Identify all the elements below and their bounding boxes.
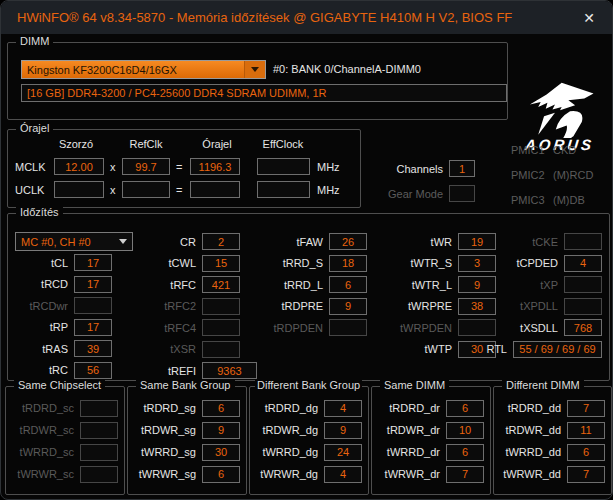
timing-label: tRFC2 xyxy=(164,300,196,312)
same-dimm-group: Same DIMM tRDRD_dr6 tRDWR_dr10 tWRRD_dr6… xyxy=(371,386,491,495)
uclk-effclock xyxy=(257,181,310,198)
timing-value xyxy=(564,233,602,250)
timing-label: tRCD xyxy=(41,278,68,290)
timing-row: tFAW26 xyxy=(223,231,367,253)
close-icon[interactable]: ✕ xyxy=(578,7,600,29)
timing-label: tWR xyxy=(431,236,452,248)
mclk-op-x: x xyxy=(110,161,116,173)
timing-row: tCKE xyxy=(458,231,602,253)
timing-value: 4 xyxy=(564,255,602,272)
timing-label: tXP xyxy=(540,279,558,291)
timing-label: tWTR_L xyxy=(412,279,452,291)
timing-label: tWTP xyxy=(425,343,453,355)
timing-row: tRDRD_sg6 xyxy=(130,397,244,419)
timing-row: tWRRD_sc xyxy=(8,441,122,463)
timing-column-e: tCKE tCPDED4 tXP tXPDLL tXSDLL768 RTL55 … xyxy=(458,231,602,360)
timing-label: tRDRD_dg xyxy=(265,402,318,414)
mclk-effclock xyxy=(257,158,310,175)
timing-row: tRDWR_dd11 xyxy=(496,419,609,441)
dimm-bank-label: #0: BANK 0/ChannelA-DIMM0 xyxy=(273,63,421,75)
timing-value: 6 xyxy=(202,400,240,417)
timing-value: 7 xyxy=(567,400,605,417)
same-bank-group-group: Same Bank Group tRDRD_sg6 tRDWR_sg9 tWRR… xyxy=(127,386,247,495)
timing-label: tWRRD_sg xyxy=(141,446,196,458)
timing-row: tRRD_S18 xyxy=(223,253,367,275)
timing-value: 9363 xyxy=(202,362,257,379)
timing-row: tCPDED4 xyxy=(458,253,602,275)
clock-group: Órajel Szorzó RefClk Órajel EffClock MCL… xyxy=(7,129,361,208)
timing-value: 4 xyxy=(324,466,362,483)
different-dimm-group: Different DIMM tRDRD_dd7 tRDWR_dd11 tWRR… xyxy=(493,386,612,495)
group-title: Different Bank Group xyxy=(255,379,362,391)
timing-label: tWRRD_dd xyxy=(505,446,561,458)
timing-row: tXP xyxy=(458,274,602,296)
timing-row: tRFC4 xyxy=(96,317,240,339)
timing-label: tRAS xyxy=(42,343,68,355)
timing-label: tRDPDEN xyxy=(273,322,323,334)
timing-row: tWRRD_sg30 xyxy=(130,441,244,463)
timing-row: tWRWR_sg6 xyxy=(130,463,244,485)
clock-header-clock: Órajel xyxy=(194,138,240,150)
clock-header-multiplier: Szorzó xyxy=(48,138,104,150)
timing-label: tWRPRE xyxy=(408,300,452,312)
timing-value xyxy=(564,276,602,293)
timing-label: tWTR_S xyxy=(410,257,452,269)
timing-label: tRDWR_dr xyxy=(387,424,440,436)
timing-row: tXSDLL768 xyxy=(458,317,602,339)
timing-label: tCKE xyxy=(532,236,558,248)
timing-row: tWRRD_dd6 xyxy=(496,441,609,463)
timing-label: tRFC4 xyxy=(164,322,196,334)
timing-value: 9 xyxy=(202,422,240,439)
timing-value: 4 xyxy=(324,400,362,417)
timing-row: tRFC2 xyxy=(96,296,240,318)
timing-label: tRC xyxy=(49,364,68,376)
timing-row: tRDWR_dr10 xyxy=(374,419,488,441)
dropdown-arrow-icon xyxy=(244,61,265,78)
clock-header-effclock: EffClock xyxy=(255,138,311,150)
dimm-select[interactable]: Kingston KF3200C16D4/16GX xyxy=(21,60,266,79)
timing-value xyxy=(80,422,118,439)
timing-label: tWRWR_sg xyxy=(139,468,196,480)
group-title: Same DIMM xyxy=(380,379,449,391)
timing-row: tXSR xyxy=(96,339,240,361)
window-content: DIMM Kingston KF3200C16D4/16GX #0: BANK … xyxy=(1,34,612,499)
timing-value xyxy=(80,400,118,417)
different-bank-group-group: Different Bank Group tRDRD_dg4 tRDWR_dg9… xyxy=(249,386,369,495)
mclk-unit: MHz xyxy=(317,161,340,173)
timing-row: CR2 xyxy=(96,231,240,253)
timing-label: tRDRD_dr xyxy=(389,402,440,414)
timing-value: 10 xyxy=(446,422,484,439)
timing-row-rtl: RTL55 / 69 / 69 / 69 xyxy=(458,339,602,361)
timing-row: tWRWR_dr7 xyxy=(374,463,488,485)
timing-value: 6 xyxy=(567,444,605,461)
timing-label: tREFI xyxy=(168,365,196,377)
timing-value: 24 xyxy=(324,444,362,461)
timing-row: tWRWR_dd7 xyxy=(496,463,609,485)
timing-value: 11 xyxy=(567,422,605,439)
timing-label: tRDRD_dd xyxy=(508,402,561,414)
timing-row: tWRWR_dg4 xyxy=(252,463,366,485)
group-title: Same Bank Group xyxy=(136,379,235,391)
mclk-refclk: 99.7 xyxy=(122,158,170,175)
uclk-refclk xyxy=(122,181,170,198)
timing-label: tWRWR_dr xyxy=(385,468,440,480)
clock-group-label: Órajel xyxy=(16,122,53,134)
mclk-label: MCLK xyxy=(15,161,46,173)
timing-value: 9 xyxy=(324,422,362,439)
pmic2-value: (M)RCD xyxy=(553,169,593,181)
timing-row: tRFC421 xyxy=(96,274,240,296)
uclk-unit: MHz xyxy=(317,184,340,196)
timing-label: tWRWR_sc xyxy=(17,468,74,480)
gear-mode-value xyxy=(449,185,475,202)
dimm-select-value: Kingston KF3200C16D4/16GX xyxy=(22,64,244,76)
timing-row: tRDWR_sg9 xyxy=(130,419,244,441)
uclk-clock xyxy=(190,181,240,198)
timing-label: tWRRD_sc xyxy=(20,446,74,458)
timing-value: 55 / 69 / 69 / 69 xyxy=(513,341,602,358)
timing-label: tWRRD_dg xyxy=(262,446,318,458)
clock-header-refclk: RefClk xyxy=(122,138,170,150)
pmic3-label: PMIC3 xyxy=(511,194,545,206)
group-title: Different DIMM xyxy=(502,379,584,391)
timing-row: tWRRD_dr6 xyxy=(374,441,488,463)
timing-label: tRDRD_sg xyxy=(143,402,196,414)
